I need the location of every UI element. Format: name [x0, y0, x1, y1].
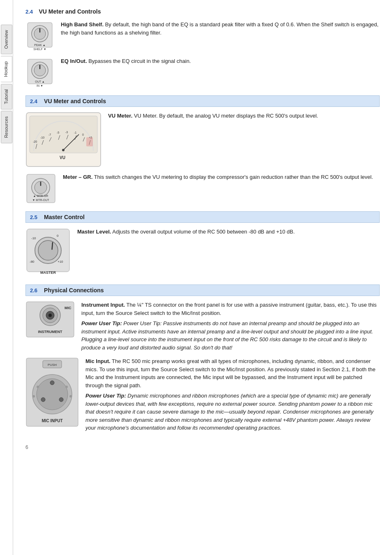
- mic-input-row: PUSH MIC INPUT Mic Input. The RC 500 mic…: [25, 357, 380, 432]
- section-24-header: 2.4 VU Meter and Controls: [25, 95, 380, 107]
- top-section-title: VU Meter and Controls: [39, 8, 101, 15]
- svg-point-53: [48, 314, 52, 317]
- eq-in-out-desc: Bypasses the EQ circuit in the signal ch…: [88, 58, 191, 64]
- svg-text:+10: +10: [58, 260, 63, 264]
- svg-text:MIC INPUT: MIC INPUT: [42, 419, 62, 423]
- mic-input-desc: The RC 500 mic preamp works great with a…: [85, 358, 376, 388]
- svg-text:MASTER: MASTER: [40, 271, 56, 275]
- mtr-gr-text: Meter – GR. This switch changes the VU m…: [63, 173, 380, 181]
- svg-point-66: [32, 395, 35, 398]
- svg-point-65: [65, 386, 68, 388]
- svg-point-64: [37, 386, 39, 388]
- high-band-shelf-text: High Band Shelf. By default, the high ba…: [61, 21, 380, 37]
- master-knob-svg: -10 0 -80 +10 MASTER: [25, 228, 71, 277]
- vu-meter-row: -20 -10 -7 -5 -3 -1 0 +3 VU VU Meter. VU…: [25, 112, 380, 167]
- mic-input-image: PUSH MIC INPUT: [25, 357, 79, 427]
- top-section-number: 2.4: [25, 9, 33, 15]
- section-24-title: VU Meter and Controls: [44, 98, 106, 104]
- vu-meter-svg: -20 -10 -7 -5 -3 -1 0 +3 VU: [25, 112, 101, 167]
- master-level-bold: Master Level.: [77, 229, 111, 235]
- section-25-header: 2.5 Master Control: [25, 211, 380, 223]
- mtr-gr-image: ▲ MTR-GR ▼ MTR-OUT: [25, 173, 56, 204]
- svg-text:-3: -3: [65, 131, 68, 134]
- svg-text:-20: -20: [33, 140, 37, 143]
- master-level-image: -10 0 -80 +10 MASTER: [25, 228, 71, 277]
- section-26-title: Physical Connections: [44, 287, 104, 294]
- instrument-input-bold: Instrument Input.: [81, 302, 125, 308]
- mtr-gr-desc: This switch changes the VU metering to d…: [94, 174, 373, 180]
- svg-text:PUSH: PUSH: [48, 363, 57, 367]
- vu-meter-image: -20 -10 -7 -5 -3 -1 0 +3 VU: [25, 112, 101, 167]
- instrument-input-image: MIC INSTRUMENT: [25, 301, 75, 338]
- svg-text:SHELF ▼: SHELF ▼: [33, 48, 46, 51]
- svg-text:PEAK ▲: PEAK ▲: [34, 44, 46, 46]
- section-24-number: 2.4: [30, 98, 37, 104]
- svg-text:-7: -7: [48, 133, 51, 136]
- section-25-number: 2.5: [30, 214, 37, 220]
- instrument-input-row: MIC INSTRUMENT Instrument Input. The ¼" …: [25, 301, 380, 352]
- peak-shelf-knob-svg: PEAK ▲ SHELF ▼: [25, 21, 54, 51]
- section-25-title: Master Control: [44, 214, 85, 220]
- svg-text:-80: -80: [30, 260, 35, 264]
- svg-text:▼ MTR-OUT: ▼ MTR-OUT: [32, 199, 49, 201]
- svg-text:0: 0: [82, 133, 84, 136]
- sidebar-tab-hookup[interactable]: Hookup: [1, 56, 12, 82]
- page-number: 6: [25, 444, 380, 450]
- svg-text:0: 0: [57, 234, 59, 238]
- sidebar-tab-overview[interactable]: Overview: [1, 25, 12, 54]
- master-level-desc: Adjusts the overall output volume of the…: [112, 229, 295, 235]
- mic-input-svg: PUSH MIC INPUT: [25, 357, 79, 427]
- svg-point-67: [69, 395, 72, 398]
- svg-text:INSTRUMENT: INSTRUMENT: [38, 330, 62, 334]
- sidebar: Overview Hookup Tutorial Resources: [0, 0, 13, 555]
- vu-meter-desc: VU Meter. By default, the analog VU mete…: [134, 113, 318, 119]
- instrument-input-svg: MIC INSTRUMENT: [25, 301, 75, 338]
- svg-text:VU: VU: [60, 155, 65, 160]
- svg-rect-33: [86, 137, 93, 146]
- sidebar-tab-tutorial[interactable]: Tutorial: [1, 84, 12, 109]
- svg-text:OUT ▲: OUT ▲: [35, 80, 45, 83]
- mtr-gr-knob-svg: ▲ MTR-GR ▼ MTR-OUT: [25, 173, 56, 204]
- high-band-shelf-image: PEAK ▲ SHELF ▼: [25, 21, 54, 51]
- svg-point-61: [50, 381, 54, 385]
- svg-point-31: [62, 149, 65, 151]
- high-band-shelf-desc: By default, the high band of the EQ is a…: [61, 21, 378, 36]
- svg-point-63: [59, 398, 63, 402]
- svg-text:MIC: MIC: [65, 306, 71, 310]
- svg-text:-5: -5: [57, 131, 59, 134]
- svg-text:▲ MTR-GR: ▲ MTR-GR: [33, 194, 48, 197]
- main-content: 2.4 VU Meter and Controls PEAK ▲ SHELF ▼…: [13, 0, 392, 555]
- eq-in-out-bold: EQ In/Out.: [61, 58, 87, 64]
- instrument-power-tip: Power User Tip: Power User Tip: Passive …: [81, 319, 380, 352]
- master-level-row: -10 0 -80 +10 MASTER Master Level. Adjus…: [25, 228, 380, 277]
- sidebar-tab-resources[interactable]: Resources: [1, 111, 12, 143]
- mtr-gr-bold: Meter – GR.: [63, 174, 92, 180]
- mtr-gr-row: ▲ MTR-GR ▼ MTR-OUT Meter – GR. This swit…: [25, 173, 380, 204]
- svg-point-46: [38, 240, 58, 260]
- svg-text:-10: -10: [40, 136, 44, 139]
- vu-meter-text: VU Meter. VU Meter. By default, the anal…: [108, 112, 380, 120]
- high-band-shelf-row: PEAK ▲ SHELF ▼ High Band Shelf. By defau…: [25, 21, 380, 51]
- svg-text:-10: -10: [31, 236, 36, 240]
- eq-in-out-text: EQ In/Out. Bypasses the EQ circuit in th…: [61, 57, 380, 65]
- high-band-shelf-bold: High Band Shelf.: [61, 21, 104, 28]
- instrument-input-desc: The ¼" TS connector on the front panel i…: [81, 302, 377, 316]
- section-26-number: 2.6: [30, 287, 37, 294]
- svg-text:IN ▼: IN ▼: [37, 84, 43, 87]
- master-level-text: Master Level. Adjusts the overall output…: [77, 228, 380, 236]
- mic-input-bold: Mic Input.: [85, 358, 111, 364]
- vu-meter-bold: VU Meter.: [108, 113, 132, 119]
- instrument-input-text: Instrument Input. The ¼" TS connector on…: [81, 301, 380, 352]
- eq-in-out-row: OUT ▲ IN ▼ EQ In/Out. Bypasses the EQ ci…: [25, 57, 380, 88]
- section-26-header: 2.6 Physical Connections: [25, 284, 380, 296]
- eq-inout-knob-svg: OUT ▲ IN ▼: [25, 57, 54, 88]
- svg-point-62: [41, 398, 45, 402]
- mic-input-text: Mic Input. The RC 500 mic preamp works g…: [85, 357, 380, 432]
- mic-power-tip: Power User Tip: Dynamic microphones and …: [85, 392, 380, 432]
- svg-text:-1: -1: [74, 131, 76, 134]
- top-heading: 2.4 VU Meter and Controls: [25, 8, 380, 15]
- eq-in-out-image: OUT ▲ IN ▼: [25, 57, 54, 88]
